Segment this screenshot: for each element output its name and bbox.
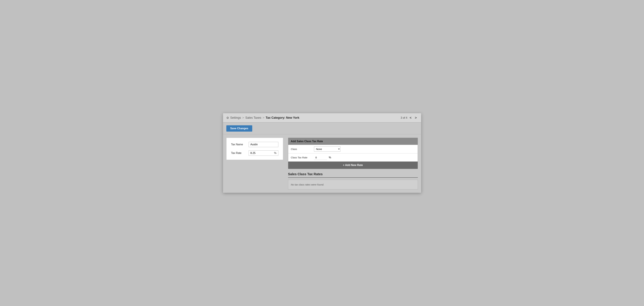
breadcrumb-sep-2: > bbox=[263, 116, 264, 119]
breadcrumb: ⚙ Settings > Sales Taxes > Tax Category:… bbox=[226, 116, 300, 120]
class-value-container: None bbox=[314, 146, 340, 151]
breadcrumb-settings[interactable]: Settings bbox=[230, 116, 241, 119]
save-changes-button[interactable]: Save Changes bbox=[226, 125, 252, 132]
tax-rate-input[interactable] bbox=[249, 150, 272, 156]
class-label: Class bbox=[291, 148, 314, 150]
tax-rate-unit: % bbox=[272, 150, 278, 156]
tax-rate-field: % bbox=[248, 150, 278, 156]
tax-name-label: Tax Name bbox=[231, 143, 246, 146]
header: ⚙ Settings > Sales Taxes > Tax Category:… bbox=[223, 113, 421, 123]
class-tax-rate-value-container: % bbox=[314, 155, 331, 160]
next-button[interactable]: > bbox=[414, 115, 418, 120]
tax-rate-label: Tax Rate bbox=[231, 151, 246, 155]
pagination-label: 3 of 4 bbox=[401, 116, 407, 119]
no-rates-message: No tax class rates were found. bbox=[288, 180, 418, 190]
class-tax-rate-row: Class Tax Rate % bbox=[288, 154, 418, 162]
sales-class-divider bbox=[288, 177, 418, 178]
breadcrumb-sales-taxes[interactable]: Sales Taxes bbox=[245, 116, 261, 119]
sales-class-section: Sales Class Tax Rates No tax class rates… bbox=[288, 172, 418, 190]
tax-form-panel: Tax Name Tax Rate % bbox=[226, 138, 283, 160]
tax-name-row: Tax Name bbox=[231, 142, 278, 147]
tax-name-input[interactable] bbox=[248, 142, 278, 147]
breadcrumb-current: Tax Category: New York bbox=[266, 116, 299, 119]
add-rate-section: Add Sales Class Tax Rate Class None Clas… bbox=[288, 138, 418, 169]
right-panel: Add Sales Class Tax Rate Class None Clas… bbox=[288, 138, 418, 190]
main-window: ⚙ Settings > Sales Taxes > Tax Category:… bbox=[223, 113, 421, 193]
class-tax-rate-unit: % bbox=[329, 156, 331, 159]
add-new-rate-button[interactable]: + Add New Rate bbox=[288, 162, 418, 169]
class-row: Class None bbox=[288, 145, 418, 154]
settings-icon: ⚙ bbox=[226, 116, 229, 120]
content-area: Tax Name Tax Rate % Add Sales Class Tax … bbox=[223, 134, 421, 193]
tax-rate-row: Tax Rate % bbox=[231, 150, 278, 156]
class-tax-rate-input[interactable] bbox=[314, 155, 327, 160]
pagination: 3 of 4 < > bbox=[401, 115, 418, 120]
toolbar: Save Changes bbox=[223, 123, 421, 134]
prev-button[interactable]: < bbox=[408, 115, 412, 120]
sales-class-title: Sales Class Tax Rates bbox=[288, 172, 418, 176]
class-tax-rate-label: Class Tax Rate bbox=[291, 156, 314, 159]
class-select[interactable]: None bbox=[314, 146, 340, 151]
add-rate-section-header: Add Sales Class Tax Rate bbox=[288, 138, 418, 145]
breadcrumb-sep-1: > bbox=[242, 116, 244, 119]
